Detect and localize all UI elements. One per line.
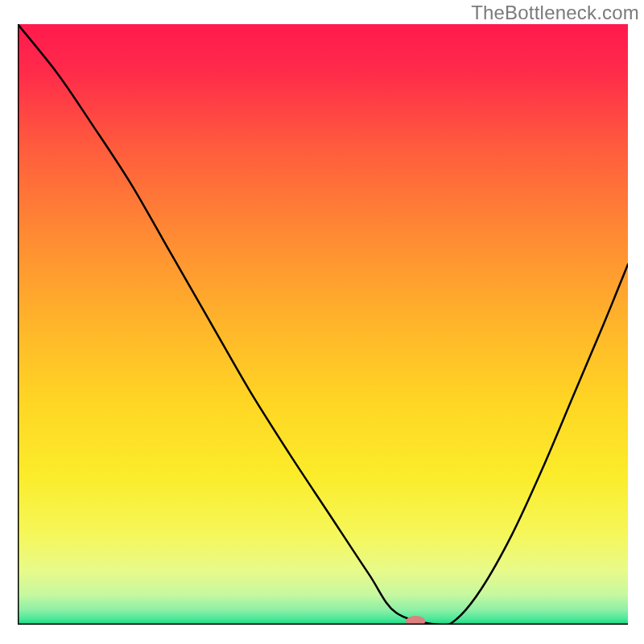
chart-container: TheBottleneck.com [0,0,644,644]
plot-area [18,24,628,625]
attribution-text: TheBottleneck.com [471,2,639,24]
bottleneck-chart [18,24,628,625]
gradient-background [18,24,628,625]
